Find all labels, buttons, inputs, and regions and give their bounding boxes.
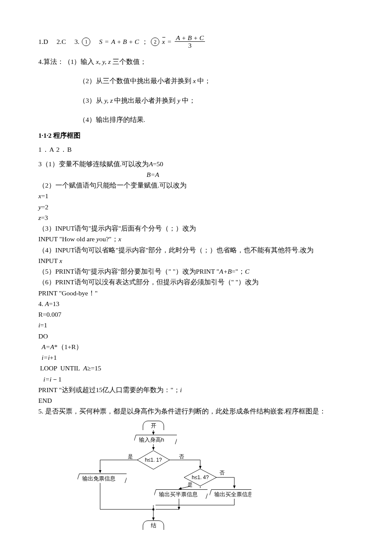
line-aar: A=A*（1+R） bbox=[38, 342, 352, 352]
inp1y: y bbox=[96, 235, 99, 243]
l3-1-tail: =50 bbox=[153, 160, 163, 168]
circled-1-icon: 1 bbox=[82, 38, 90, 46]
q1-answer: 1.D bbox=[38, 37, 48, 46]
line-print2: PRINT "达到或超过15亿人口需要的年数为："；i bbox=[38, 385, 352, 395]
formula2-lhs-xbar: x bbox=[162, 37, 165, 46]
line-ba: B=A bbox=[38, 170, 352, 179]
y2-t: =2 bbox=[41, 203, 49, 211]
q4-s3a: （3）从 bbox=[79, 97, 104, 104]
formula2-eq: = bbox=[167, 37, 171, 46]
l3-5i: A+B bbox=[219, 268, 231, 275]
flow-end: 结束 bbox=[143, 520, 164, 530]
inp1b: ou?"； bbox=[99, 235, 118, 243]
ii1-a bbox=[38, 354, 42, 361]
line-3-4: （4）INPUT语句可以省略"提示内容"部分，此时分号（；）也省略，也不能有其他… bbox=[38, 245, 352, 255]
inp1a: INPUT "How old are bbox=[38, 235, 96, 243]
line-3-5: （5）PRINT语句"提示内容"部分要加引号（" "）改为PRINT "A+B=… bbox=[38, 266, 352, 276]
flow-yes2: 是 bbox=[187, 482, 193, 488]
l3-1-text: 3（1）变量不能够连续赋值.可以改为 bbox=[38, 160, 149, 168]
line-loop: LOOP UNTIL A≥=15 bbox=[38, 363, 352, 373]
line-input2: INPUT x bbox=[38, 256, 352, 266]
section-112-body: 1．A 2．B 3（1）变量不能够连续赋值.可以改为A=50 B=A （2）一个… bbox=[38, 145, 352, 416]
line-r: R=0.007 bbox=[38, 309, 352, 319]
ii2-a bbox=[38, 376, 43, 383]
q4-step3: （3）从 y, z 中挑出最小者并换到 y 中； bbox=[38, 95, 352, 105]
q4-s2b: 中； bbox=[196, 77, 211, 84]
l4i: A bbox=[45, 300, 49, 307]
line-3-2: （2）一个赋值语句只能给一个变量赋值.可以改为 bbox=[38, 180, 352, 190]
flow-yes1: 是 bbox=[128, 454, 133, 460]
l3-1-italic: A bbox=[149, 160, 153, 168]
q4-step4: （4）输出排序的结果. bbox=[38, 115, 352, 124]
formula1-lhs: S bbox=[99, 37, 102, 46]
ii2-i: i=i bbox=[43, 376, 52, 383]
l3-5b: ="； bbox=[232, 268, 245, 275]
line-4-a13: 4. A=13 bbox=[38, 299, 352, 309]
loop-i: A bbox=[83, 364, 87, 372]
q4-s3b: 中挑出最小者并换到 bbox=[112, 97, 177, 104]
line-5: 5. 是否买票，买何种票，都是以身高作为条件进行判断的，此处形成条件结构嵌套.程… bbox=[38, 406, 352, 416]
l4a: 4. bbox=[38, 300, 45, 307]
circled-2-icon: 2 bbox=[151, 38, 159, 46]
line-i1: i=1 bbox=[38, 320, 352, 330]
q4-lead: 4.算法：（1）输入 bbox=[38, 58, 96, 65]
ii1-t: +1 bbox=[50, 354, 57, 361]
line-goodbye: PRINT "Good-bye！" bbox=[38, 288, 352, 298]
fraction-denominator: 3 bbox=[187, 42, 193, 49]
line-x1: x=1 bbox=[38, 191, 352, 201]
line-z3: z=3 bbox=[38, 213, 352, 223]
loop-a: LOOP UNTIL bbox=[38, 364, 83, 372]
flow-input: 输入身高h bbox=[134, 435, 177, 444]
flow-out-full: 输出买全票信息 bbox=[210, 489, 251, 499]
loop-t: ≥=15 bbox=[87, 364, 101, 372]
inp2a: INPUT bbox=[38, 257, 59, 264]
q4-s3c: 中； bbox=[180, 97, 196, 104]
flow-out-free-label: 输出免票信息 bbox=[82, 474, 115, 483]
q4-step1: 4.算法：（1）输入 x, y, z 三个数值； bbox=[38, 57, 352, 66]
answers-line-1: 1.D 2.C 3. 1 S = A + B + C ； 2 x = A + B… bbox=[38, 34, 352, 49]
aar-a bbox=[38, 343, 42, 350]
pr2a: PRINT "达到或超过15亿人口需要的年数为："； bbox=[38, 386, 180, 393]
y2-i: y bbox=[38, 203, 41, 211]
line-input1: INPUT "How old are you?"；x bbox=[38, 234, 352, 244]
flow-input-label: 输入身高h bbox=[139, 436, 164, 444]
flow-out-half: 输出买半票信息 bbox=[154, 489, 208, 499]
q2-answer: 2.C bbox=[57, 37, 66, 46]
flow-no1: 否 bbox=[179, 454, 184, 460]
formula1-eq: = bbox=[105, 37, 109, 46]
flowchart-svg: 开始 输入身高h h≤1. 1? 是 否 h≤1. 4? 是 否 输出免票信息 … bbox=[72, 420, 251, 537]
q4-s2a: （2）从三个数值中挑出最小者并换到 bbox=[79, 77, 193, 84]
ii1-i: i=i bbox=[42, 354, 50, 361]
ba-italic: B=A bbox=[147, 171, 159, 178]
inp2x: x bbox=[59, 257, 62, 264]
q4-tail: 三个数值； bbox=[111, 58, 147, 65]
line-3-1: 3（1）变量不能够连续赋值.可以改为A=50 bbox=[38, 159, 352, 169]
q4-s2v: x bbox=[193, 77, 196, 84]
q4-s3v: y, z bbox=[104, 97, 113, 104]
formula2-fraction: A + B + C 3 bbox=[175, 34, 205, 49]
flow-start-label: 开始 bbox=[151, 422, 156, 430]
q4-step2: （2）从三个数值中挑出最小者并换到 x 中； bbox=[38, 76, 352, 86]
l3-5c: C bbox=[245, 268, 249, 275]
flow-cond1-label: h≤1. 1? bbox=[145, 457, 162, 463]
formula1-rhs: A + B + C bbox=[111, 37, 139, 46]
sec112-answers: 1．A 2．B bbox=[38, 145, 352, 154]
aar-t: *（1+R） bbox=[54, 343, 83, 350]
flowchart: 开始 输入身高h h≤1. 1? 是 否 h≤1. 4? 是 否 输出免票信息 … bbox=[38, 420, 352, 537]
flow-out-half-label: 输出买半票信息 bbox=[159, 490, 198, 499]
line-3-6: （6）PRINT语句可以没有表达式部分，但提示内容必须加引号（" "）改为 bbox=[38, 277, 352, 287]
line-do: DO bbox=[38, 331, 352, 341]
x1-t: =1 bbox=[41, 192, 49, 199]
flow-out-full-label: 输出买全票信息 bbox=[214, 490, 251, 499]
line-end: END bbox=[38, 396, 352, 405]
flow-no2: 否 bbox=[219, 470, 225, 476]
separator: ； bbox=[141, 37, 148, 46]
svg-point-17 bbox=[153, 508, 155, 510]
section-112-title: 1·1·2 程序框图 bbox=[38, 130, 352, 140]
l3-5a: （5）PRINT语句"提示内容"部分要加引号（" "）改为PRINT " bbox=[38, 268, 219, 275]
line-ii2: i=i－1 bbox=[38, 374, 352, 384]
line-y2: y=2 bbox=[38, 202, 352, 212]
flow-end-label: 结束 bbox=[151, 522, 156, 530]
z3-t: =3 bbox=[41, 214, 48, 221]
aar-i: A=A bbox=[42, 343, 54, 350]
